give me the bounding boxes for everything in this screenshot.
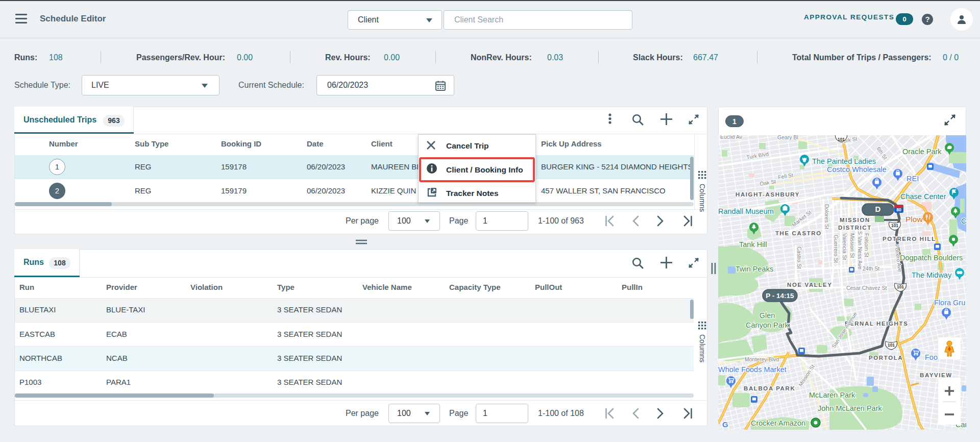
svg-text:McLaren Park: McLaren Park xyxy=(809,391,855,399)
svg-text:Plow: Plow xyxy=(905,215,923,224)
svg-text:80: 80 xyxy=(896,207,901,212)
svg-text:THE CASTRO: THE CASTRO xyxy=(775,230,822,236)
svg-text:PORTOLA: PORTOLA xyxy=(869,355,903,361)
svg-text:Monterey Blvd: Monterey Blvd xyxy=(745,356,779,362)
svg-text:Foo: Foo xyxy=(925,353,938,361)
svg-text:NOE VALLEY: NOE VALLEY xyxy=(787,282,832,288)
svg-text:MISSION: MISSION xyxy=(840,217,870,223)
svg-text:Dolores St: Dolores St xyxy=(824,204,830,229)
svg-text:The Painted Ladies: The Painted Ladies xyxy=(812,157,876,165)
svg-text:Costco Wholesale: Costco Wholesale xyxy=(827,165,887,174)
svg-text:The Midway: The Midway xyxy=(912,271,952,279)
svg-text:Randall Museum: Randall Museum xyxy=(718,207,774,215)
svg-text:101: 101 xyxy=(888,342,895,348)
svg-text:Valencia St: Valencia St xyxy=(842,233,848,260)
svg-text:BALBOA PARK: BALBOA PARK xyxy=(744,385,795,391)
svg-text:HAIGHT-ASHBURY: HAIGHT-ASHBURY xyxy=(736,191,800,198)
svg-text:DISTRICT: DISTRICT xyxy=(838,225,872,231)
svg-text:S Van Ness Ave: S Van Ness Ave xyxy=(857,231,863,269)
svg-text:Glen: Glen xyxy=(760,311,775,320)
svg-text:P - 14:15: P - 14:15 xyxy=(766,292,794,300)
svg-text:Canyon Park: Canyon Park xyxy=(746,321,789,329)
svg-text:BERNAL HEIGHTS: BERNAL HEIGHTS xyxy=(845,321,908,327)
svg-text:POTRERO HILL: POTRERO HILL xyxy=(883,236,936,242)
svg-text:Twin Peaks: Twin Peaks xyxy=(736,265,773,273)
svg-text:Euclid Av: Euclid Av xyxy=(720,135,743,140)
svg-text:C: C xyxy=(961,217,966,225)
svg-text:Crocker Amazon: Crocker Amazon xyxy=(751,419,805,427)
svg-text:BAYVIEW: BAYVIEW xyxy=(920,372,952,378)
svg-text:Dogpatch Boulders: Dogpatch Boulders xyxy=(900,254,963,262)
svg-text:101: 101 xyxy=(891,223,898,228)
svg-text:101: 101 xyxy=(838,137,845,142)
svg-text:Chase Center: Chase Center xyxy=(900,192,946,201)
svg-text:Mission St: Mission St xyxy=(849,233,855,258)
svg-text:Folsom St: Folsom St xyxy=(864,233,870,257)
svg-text:24th St: 24th St xyxy=(863,265,879,272)
svg-text:Flora Gru: Flora Gru xyxy=(934,299,965,307)
svg-text:Whole Foods Market: Whole Foods Market xyxy=(718,365,787,374)
svg-text:Geary Bl: Geary Bl xyxy=(777,135,798,140)
svg-text:Oracle Park: Oracle Park xyxy=(902,148,942,156)
svg-text:101: 101 xyxy=(897,284,904,289)
svg-text:John McLaren Park: John McLaren Park xyxy=(818,404,882,412)
svg-text:G: G xyxy=(722,420,728,429)
svg-text:Guerrero St: Guerrero St xyxy=(833,235,839,263)
svg-text:D: D xyxy=(875,205,881,213)
svg-text:Tank Hill: Tank Hill xyxy=(739,240,767,249)
svg-text:Castro St: Castro St xyxy=(796,247,802,269)
svg-text:REI: REI xyxy=(906,175,919,183)
svg-text:Cesar Chavez St: Cesar Chavez St xyxy=(846,285,887,291)
